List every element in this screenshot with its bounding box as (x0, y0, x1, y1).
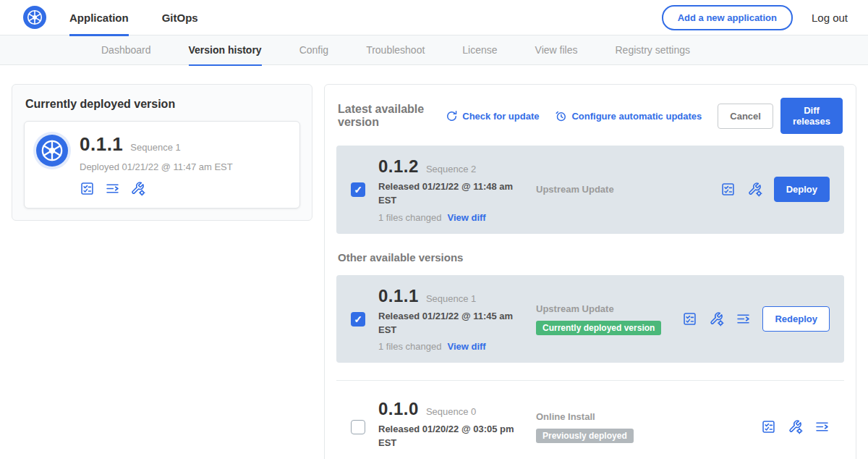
subnav-tab-version-history[interactable]: Version history (189, 35, 262, 65)
deployed-sequence-label: Sequence 1 (130, 142, 180, 153)
refresh-icon (446, 110, 458, 122)
kubernetes-app-icon (36, 135, 68, 167)
version-number: 0.1.1 (378, 286, 419, 306)
files-changed-label: 1 files changed (378, 341, 441, 352)
diff-releases-button[interactable]: Diff releases (780, 98, 843, 134)
currently-deployed-panel: Currently deployed version 0.1.1 Sequenc… (12, 84, 312, 221)
config-icon[interactable] (709, 311, 724, 327)
deploy-button[interactable]: Deploy (774, 177, 830, 202)
released-timestamp: Released 01/21/22 @ 11:45 am EST (378, 310, 520, 337)
subnav-tab-view-files[interactable]: View files (535, 35, 578, 65)
check-for-update-link[interactable]: Check for update (446, 110, 539, 122)
version-row-0-1-1: ✓ 0.1.1 Sequence 1 Released 01/21/22 @ 1… (336, 275, 844, 363)
redeploy-button[interactable]: Redeploy (762, 306, 830, 332)
version-number: 0.1.2 (378, 156, 419, 177)
diff-icon[interactable] (105, 181, 120, 196)
main-content: Currently deployed version 0.1.1 Sequenc… (0, 65, 868, 459)
kubernetes-logo (23, 6, 46, 29)
deployed-version-card: 0.1.1 Sequence 1 Deployed 01/21/22 @ 11:… (24, 121, 300, 209)
config-icon[interactable] (747, 182, 762, 197)
currently-deployed-badge: Currently deployed version (536, 321, 661, 335)
version-row-0-1-0: 0.1.0 Sequence 0 Released 01/20/22 @ 03:… (336, 388, 844, 459)
top-tab-application[interactable]: Application (69, 0, 129, 35)
sequence-label: Sequence 1 (426, 293, 476, 304)
deployed-version-number: 0.1.1 (80, 133, 123, 156)
released-timestamp: Released 01/21/22 @ 11:48 am EST (378, 180, 520, 208)
released-timestamp: Released 01/20/22 @ 03:05 pm EST (378, 423, 520, 450)
diff-icon[interactable] (814, 419, 830, 434)
version-checkbox[interactable] (351, 420, 365, 434)
version-source-label: Online Install (536, 411, 761, 422)
sequence-label: Sequence 0 (426, 406, 476, 417)
configure-automatic-updates-link[interactable]: Configure automatic updates (555, 110, 702, 122)
config-icon[interactable] (130, 181, 145, 196)
diff-icon[interactable] (736, 311, 751, 327)
version-row-0-1-2: ✓ 0.1.2 Sequence 2 Released 01/21/22 @ 1… (336, 146, 844, 234)
deployed-timestamp: Deployed 01/21/22 @ 11:47 am EST (80, 161, 233, 172)
config-icon[interactable] (788, 419, 803, 434)
row-divider: 0.1.0 Sequence 0 Released 01/20/22 @ 03:… (336, 380, 844, 459)
subnav-tab-license[interactable]: License (462, 35, 497, 65)
top-tab-gitops[interactable]: GitOps (162, 0, 198, 35)
configure-updates-label: Configure automatic updates (571, 111, 702, 122)
version-checkbox[interactable]: ✓ (351, 312, 365, 327)
other-versions-heading: Other available versions (338, 251, 843, 264)
check-for-update-label: Check for update (462, 111, 539, 122)
release-notes-icon[interactable] (761, 419, 776, 434)
subnav-tab-config[interactable]: Config (299, 35, 328, 65)
view-diff-link[interactable]: View diff (447, 341, 485, 352)
release-notes-icon[interactable] (80, 181, 95, 196)
app-subnav: Dashboard Version history Config Trouble… (0, 35, 868, 65)
view-diff-link[interactable]: View diff (447, 212, 485, 223)
files-changed-label: 1 files changed (378, 212, 441, 223)
subnav-tab-dashboard[interactable]: Dashboard (101, 35, 151, 65)
subnav-tab-troubleshoot[interactable]: Troubleshoot (366, 35, 425, 65)
version-source-label: Upstream Update (536, 184, 720, 195)
version-checkbox[interactable]: ✓ (351, 182, 365, 197)
release-notes-icon[interactable] (720, 182, 736, 197)
version-history-panel: Latest available version Check for updat… (324, 84, 856, 459)
previously-deployed-badge: Previously deployed (536, 429, 634, 443)
release-notes-icon[interactable] (682, 311, 697, 327)
top-navbar: Application GitOps Add a new application… (0, 0, 868, 35)
deployed-panel-title: Currently deployed version (25, 98, 300, 111)
cancel-button[interactable]: Cancel (718, 104, 773, 129)
sequence-label: Sequence 2 (426, 164, 476, 174)
add-application-button[interactable]: Add a new application (662, 5, 793, 30)
clock-icon (555, 110, 567, 122)
version-number: 0.1.0 (378, 399, 419, 419)
version-source-label: Upstream Update (536, 303, 682, 314)
latest-version-title: Latest available version (338, 103, 433, 129)
subnav-tab-registry-settings[interactable]: Registry settings (615, 35, 689, 65)
logout-button[interactable]: Log out (812, 12, 848, 24)
